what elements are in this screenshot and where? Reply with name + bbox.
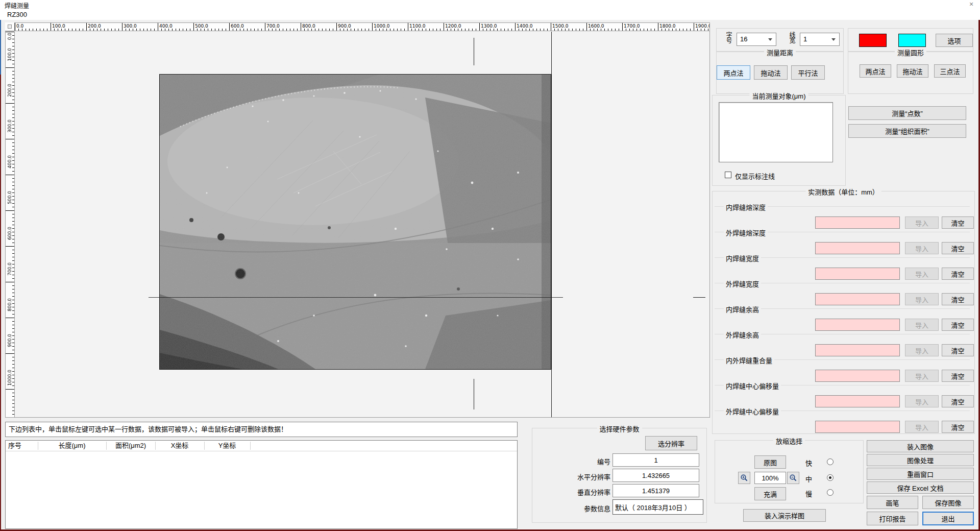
ruler-minor-tick	[12, 125, 14, 125]
measured-row-label: 内焊缝熔深度	[724, 202, 768, 212]
close-icon[interactable]: ×	[967, 0, 976, 8]
ruler-minor-tick	[12, 50, 14, 50]
clear-button[interactable]: 清空	[942, 344, 974, 356]
ruler-minor-tick	[79, 29, 80, 31]
pen-button[interactable]: 画笔	[867, 496, 918, 509]
column-separator	[250, 442, 251, 450]
import-button[interactable]: 导入	[905, 268, 939, 280]
distance-two-point-button[interactable]: 两点法	[717, 65, 750, 80]
line-width-select[interactable]: 1	[800, 33, 840, 46]
ruler-minor-tick	[611, 29, 612, 31]
table-column-header[interactable]: 序号	[6, 441, 38, 451]
original-size-button[interactable]: 原图	[754, 455, 786, 469]
clear-button[interactable]: 清空	[942, 370, 974, 382]
measured-value-field[interactable]	[815, 293, 900, 305]
measured-value-field[interactable]	[815, 268, 900, 280]
ruler-minor-tick	[12, 114, 14, 114]
clear-button[interactable]: 清空	[942, 293, 974, 305]
menu-rz300[interactable]: RZ300	[5, 10, 29, 19]
import-button[interactable]: 导入	[905, 216, 939, 229]
measured-value-field[interactable]	[815, 319, 900, 331]
circle-drag-button[interactable]: 拖动法	[897, 64, 928, 78]
ruler-minor-tick	[12, 264, 14, 264]
load-demo-button[interactable]: 装入演示样图	[743, 509, 826, 522]
distance-drag-button[interactable]: 拖动法	[754, 65, 788, 80]
exit-button[interactable]: 退出	[922, 512, 974, 525]
ruler-minor-tick	[679, 29, 680, 31]
ruler-minor-tick	[694, 29, 694, 31]
circle-color-swatch[interactable]	[898, 34, 926, 47]
table-column-header[interactable]: Y坐标	[204, 441, 250, 451]
measured-value-field[interactable]	[815, 242, 900, 254]
speed-radio-medium[interactable]	[827, 474, 834, 481]
measure-points-button[interactable]: 测量“点数”	[848, 106, 966, 120]
select-resolution-button[interactable]: 选分辨率	[645, 436, 697, 450]
ruler-minor-tick	[497, 29, 498, 31]
redraw-window-button[interactable]: 重画窗口	[867, 468, 974, 480]
speed-radio-slow[interactable]	[827, 489, 834, 496]
zoom-percent-field[interactable]: 100%	[754, 472, 786, 484]
import-button[interactable]: 导入	[905, 395, 939, 407]
ruler-minor-tick	[136, 29, 137, 31]
ruler-minor-tick	[404, 29, 405, 31]
clear-button[interactable]: 清空	[942, 242, 974, 254]
show-annotation-checkbox[interactable]	[725, 172, 731, 178]
speed-radio-fast[interactable]	[827, 458, 834, 465]
field-hres[interactable]: 1.432665	[612, 469, 699, 482]
ruler-minor-tick	[12, 296, 14, 297]
import-button[interactable]: 导入	[905, 344, 939, 356]
fit-window-button[interactable]: 充满	[754, 487, 786, 500]
circle-three-point-button[interactable]: 三点法	[934, 64, 966, 78]
clear-button[interactable]: 清空	[942, 319, 974, 331]
zoom-in-button[interactable]	[738, 472, 750, 484]
distance-parallel-button[interactable]: 平行法	[791, 65, 825, 80]
measured-value-field[interactable]	[815, 370, 900, 382]
save-excel-button[interactable]: 保存 Excel 文档	[867, 481, 974, 494]
weld-specimen-image[interactable]	[159, 74, 551, 370]
import-button[interactable]: 导入	[905, 370, 939, 382]
ruler-minor-tick	[469, 29, 469, 31]
ruler-minor-tick	[108, 29, 108, 31]
image-canvas[interactable]	[15, 32, 709, 417]
measurement-table[interactable]: 序号长度(μm)面积(μm2)X坐标Y坐标	[5, 440, 518, 529]
clear-button[interactable]: 清空	[942, 268, 974, 280]
current-object-list[interactable]	[719, 102, 833, 162]
ruler-minor-tick	[133, 29, 133, 31]
v-ruler: 0.0100.0200.0300.0400.0500.0600.0700.080…	[6, 32, 15, 417]
ruler-label: 1200.0	[445, 23, 461, 29]
ruler-minor-tick	[12, 150, 14, 150]
print-report-button[interactable]: 打印报告	[867, 512, 918, 525]
process-image-button[interactable]: 图像处理	[867, 454, 974, 466]
import-button[interactable]: 导入	[905, 421, 939, 433]
measure-area-button[interactable]: 测量“组织面积”	[848, 124, 966, 138]
import-button[interactable]: 导入	[905, 242, 939, 254]
font-size-select[interactable]: 16	[737, 33, 776, 46]
measured-value-field[interactable]	[815, 344, 900, 356]
import-button[interactable]: 导入	[905, 319, 939, 331]
ruler-minor-tick	[12, 293, 14, 293]
zoom-out-button[interactable]	[787, 472, 799, 484]
options-button[interactable]: 选项	[936, 34, 973, 47]
measured-value-field[interactable]	[815, 216, 900, 229]
clear-button[interactable]: 清空	[942, 421, 974, 433]
clear-button[interactable]: 清空	[942, 395, 974, 407]
field-paraminfo[interactable]: 默认（ 2018年3月10日 ）	[612, 499, 703, 515]
measured-value-field[interactable]	[815, 421, 900, 433]
field-id[interactable]: 1	[612, 453, 699, 467]
ruler-minor-tick	[12, 218, 14, 218]
table-column-header[interactable]: 面积(μm2)	[106, 441, 155, 451]
table-column-header[interactable]: 长度(μm)	[38, 441, 106, 451]
ruler-minor-tick	[479, 29, 480, 31]
measured-value-field[interactable]	[815, 395, 900, 407]
ruler-minor-tick	[12, 260, 14, 261]
load-image-button[interactable]: 装入图像	[867, 440, 974, 452]
clear-button[interactable]: 清空	[942, 216, 974, 229]
ruler-minor-tick	[494, 29, 494, 31]
save-image-button[interactable]: 保存图像	[922, 496, 974, 509]
circle-two-point-button[interactable]: 两点法	[860, 64, 891, 78]
ruler-minor-tick	[12, 82, 14, 82]
table-column-header[interactable]: X坐标	[155, 441, 204, 451]
import-button[interactable]: 导入	[905, 293, 939, 305]
line-color-swatch[interactable]	[859, 34, 887, 47]
field-vres[interactable]: 1.451379	[612, 484, 699, 497]
